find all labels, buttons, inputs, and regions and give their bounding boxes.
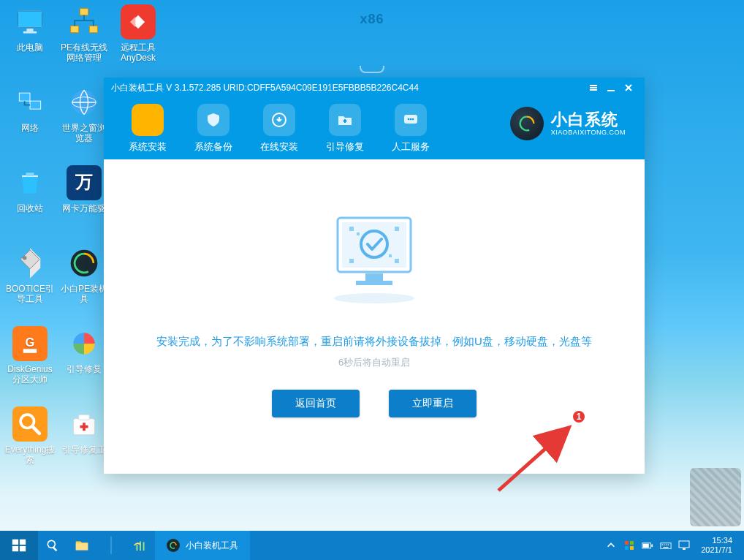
titlebar[interactable]: 小白装机工具 V 3.1.572.285 URID:CDFF5A594C09E1… [104,77,645,98]
install-complete-message: 安装完成，为了不影响系统部署，重启前请将外接设备拔掉，例如U盘，移动硬盘，光盘等 [148,335,601,349]
svg-rect-36 [395,259,399,263]
desktop-icon-recycle-bin[interactable]: 回收站 [4,165,56,213]
svg-rect-33 [349,227,354,231]
icon-label: 此电脑 [4,42,56,53]
brand: 小白系统 XIAOBAIXITONG.COM [510,107,626,140]
menu-button[interactable] [585,79,602,97]
desktop-icon-boot-repair[interactable]: 引导修复 [58,326,110,374]
start-button[interactable] [0,531,38,560]
desktop-icon-network[interactable]: 网络 [4,85,56,133]
taskbar-wifi-icon[interactable] [126,531,155,560]
svg-rect-55 [661,542,671,548]
svg-rect-60 [664,547,669,548]
brand-subtitle: XIAOBAIXITONG.COM [551,129,626,136]
wan-icon: 万 [67,165,102,200]
tab-online[interactable]: 在线安装 [260,104,298,154]
svg-text:万: 万 [75,172,93,192]
minimize-button[interactable] [602,79,620,97]
svg-rect-58 [666,544,667,545]
close-button[interactable] [620,79,637,97]
tab-bar: 系统安装 系统备份 在线安装 引导修复 人工服务 [129,104,430,154]
svg-rect-34 [395,227,399,231]
svg-point-44 [48,541,54,547]
system-tray: 15:34 2021/7/1 [605,531,744,560]
icon-label: PE有线无线网络管理 [58,42,110,63]
desktop-icon-world-browser[interactable]: 世界之窗浏览器 [58,85,110,143]
icon-label: 小白PE装机具 [58,284,110,304]
desktop-icon-driver-tool[interactable]: 万 网卡万能驱 [58,165,110,213]
taskbar-app-xiaobai[interactable]: 小白装机工具 [155,531,250,560]
brand-title: 小白系统 [551,112,626,128]
desktop-icon-everything[interactable]: Everything搜索 [4,406,56,465]
monitor-icon [12,4,48,39]
clock-date: 2021/7/1 [701,545,732,555]
icon-label: 网络 [4,123,56,133]
app-icon [167,539,180,552]
tray-monitor-icon[interactable] [678,540,690,551]
recycle-bin-icon [12,165,48,200]
globe-icon [67,85,102,120]
svg-point-26 [412,118,414,121]
diskgenius-icon: G [12,326,48,361]
taskbar-app-label: 小白装机工具 [186,540,238,552]
search-icon [12,406,48,442]
svg-rect-2 [26,29,33,31]
svg-rect-21 [79,415,90,420]
tab-bootfix[interactable]: 引导修复 [326,104,364,154]
svg-rect-50 [625,546,629,550]
tray-keyboard-icon[interactable] [660,540,672,551]
tab-label: 在线安装 [260,140,298,154]
tray-battery-icon[interactable] [642,540,653,551]
desktop-icon-anydesk[interactable]: 远程工具AnyDesk [113,4,164,63]
success-monitor-icon [316,203,433,306]
icon-label: 引导修复 [58,364,110,374]
window-title: 小白装机工具 V 3.1.572.285 URID:CDFF5A594C09E1… [111,82,419,94]
desktop-icon-bootice[interactable]: BOOTICE引导工具 [4,246,56,304]
icon-label: 网卡万能驱 [58,203,110,213]
network-icon [12,85,48,120]
svg-rect-39 [12,540,18,545]
chat-icon [395,104,427,136]
back-home-button[interactable]: 返回首页 [272,390,360,417]
tab-support[interactable]: 人工服务 [392,104,430,154]
countdown-message: 6秒后将自动重启 [148,356,601,369]
medkit-icon [67,406,102,442]
svg-rect-61 [679,541,689,548]
tray-chevron-icon[interactable] [605,540,617,551]
desktop-icon-diskgenius[interactable]: G DiskGenius分区大师 [4,326,56,385]
taskbar-search[interactable] [38,531,67,560]
svg-rect-3 [23,31,37,34]
svg-rect-0 [18,11,42,27]
svg-rect-31 [356,281,392,285]
svg-rect-57 [664,544,665,545]
taskbar-explorer[interactable] [67,531,96,560]
taskbar-separator [96,531,126,560]
svg-rect-51 [630,546,634,550]
pinwheel-icon [67,326,102,361]
icon-label: 回收站 [4,203,56,213]
tab-label: 系统备份 [194,140,232,154]
taskbar-clock[interactable]: 15:34 2021/7/1 [696,536,738,555]
desktop-icon-boot-repair-tool[interactable]: 引导修复工 [58,406,110,455]
svg-rect-53 [652,544,653,547]
svg-rect-62 [683,548,686,550]
tab-backup[interactable]: 系统备份 [194,104,232,154]
svg-point-14 [23,256,26,260]
svg-rect-7 [19,93,30,101]
svg-rect-37 [357,232,360,235]
desktop-icon-xiaobai-pe[interactable]: 小白PE装机具 [58,246,110,304]
tray-flag-icon[interactable] [623,540,635,551]
folder-plus-icon [329,104,361,136]
svg-rect-40 [20,540,26,545]
svg-line-19 [33,427,39,434]
blurred-overlay [690,468,741,526]
icon-label: 引导修复工 [58,444,110,455]
restart-now-button[interactable]: 立即重启 [389,390,477,417]
svg-rect-8 [30,101,41,109]
desktop-icon-this-pc[interactable]: 此电脑 [4,4,56,53]
svg-rect-6 [89,26,97,33]
svg-rect-46 [76,543,88,550]
svg-rect-41 [12,546,18,551]
tab-install[interactable]: 系统安装 [129,104,167,154]
desktop-icon-pe-net[interactable]: PE有线无线网络管理 [58,4,110,63]
